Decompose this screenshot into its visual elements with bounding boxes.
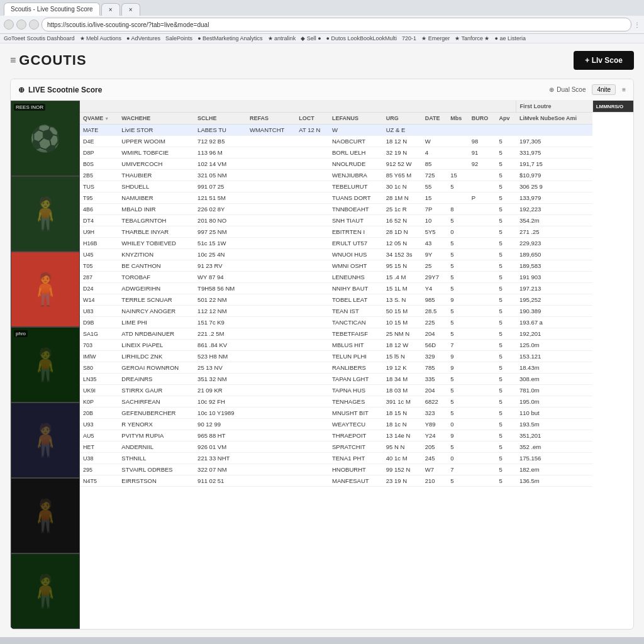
cell-urg: 12 05 N [383, 238, 422, 249]
write-button[interactable]: 4nite [592, 84, 616, 95]
table-row[interactable]: 20B GEFENUBERCHER 10c 10 Y1989 MNUSHT BI… [80, 408, 633, 419]
data-table-wrapper: First Loutre LMMNRS/O QVAME WACHEHE SCLH… [80, 101, 633, 629]
bookmark-3[interactable]: ● AdVentures [126, 35, 160, 42]
cell-score: 10c 92 FH [194, 396, 247, 408]
th-rank[interactable]: QVAME [80, 113, 118, 125]
table-row[interactable]: D8P WMIRL TOBFCIE 113 96 M BORL UELH 32 … [80, 147, 633, 158]
table-row[interactable]: D9B LIME PHI 151 7c K9 TANCTICAN 10 15 M… [80, 317, 633, 328]
bookmark-2[interactable]: ★ Mebl Auctions [80, 35, 122, 42]
bookmark-12[interactable]: ● ae Listeria [495, 35, 526, 42]
player-silhouette-5: 🧍 [11, 403, 79, 477]
table-row[interactable]: 703 LINEIX PIAPEL 861 .84 KV MBLUS HIT 1… [80, 340, 633, 351]
bookmark-8[interactable]: ● Dutos LookBookLookMulti [326, 35, 397, 42]
cell-date: 10 [422, 215, 448, 226]
forward-button[interactable] [16, 19, 26, 30]
cell-score: 221 33 NHT [194, 453, 247, 464]
cell-name: WHILEY TOBIEVED [118, 238, 194, 249]
cell-buro [469, 408, 496, 419]
table-row[interactable]: AU5 PVITYM RUPIA 965 88 HT THRAEPOIT 13 … [80, 430, 633, 441]
table-row[interactable]: U9H THARBLE INYAR 997 25 NM EBITRTEN I 2… [80, 226, 633, 238]
cell-rank: S80 [80, 362, 118, 374]
refresh-button[interactable] [29, 19, 39, 30]
table-row[interactable]: U38 STHNILL 221 33 NHT TENA1 PHT 40 1c M… [80, 453, 633, 464]
table-row[interactable]: UK9I STIRRX GAUR 21 09 KR TAPNA HUS 18 0… [80, 385, 633, 396]
cell-name: GEROAI ROWNRON [118, 362, 194, 374]
cell-lefanus: RANLIBERS [329, 362, 383, 374]
table-row[interactable]: U93 R YENORX 90 12 99 WEAYTECU 18 1c N Y… [80, 419, 633, 430]
bookmark-7[interactable]: ◆ Sell ● [301, 35, 321, 42]
table-row[interactable]: DT4 TEBALGRNTOH 201 80 NO SNH TIAUT 16 5… [80, 215, 633, 226]
table-row[interactable]: T95 NAMUIBER 121 51 5M TUANS DORT 28 1M … [80, 192, 633, 204]
cell-urg: 16 52 N [383, 215, 422, 226]
bookmarks-bar: GoToeet Scoutis Dashboard ★ Mebl Auction… [0, 34, 644, 43]
bookmark-10[interactable]: ★ Emerger [421, 35, 450, 42]
table-row[interactable]: H16B WHILEY TOBIEVED 51c 15 1W ERULT UT5… [80, 238, 633, 249]
back-button[interactable] [4, 19, 14, 30]
bookmark-11[interactable]: ★ Tanforce ★ [455, 35, 489, 42]
cell-loct [296, 430, 329, 441]
cell-extra: 110 but [516, 408, 592, 419]
table-row[interactable]: U83 NAINRCY ANOGER 112 12 NM TEAN IST 50… [80, 306, 633, 317]
cell-buro [469, 328, 496, 340]
cell-rank: B0S [80, 158, 118, 170]
cell-date: 204 [422, 328, 448, 340]
cell-loct [296, 464, 329, 475]
cell-extra: 175.156 [516, 453, 592, 464]
cell-loct [296, 204, 329, 215]
cell-urg: 25 NM N [383, 328, 422, 340]
cell-extra: 192,201 [516, 328, 592, 340]
cell-score: 121 51 5M [194, 192, 247, 204]
cell-extra: 18.43m [516, 362, 592, 374]
table-row[interactable]: HET ANDERNIIL 926 01 VM SPRATCHIT 95 N N… [80, 441, 633, 453]
table-row[interactable]: D24 ADWGEIRIHN T9H58 56 NM NNIHY BAUT 15… [80, 283, 633, 294]
cell-buro [469, 464, 496, 475]
bookmark-9[interactable]: 720-1 [402, 35, 416, 42]
table-row[interactable]: IMlW LIRHILDC ZNK 523 H8 NM TELUN PLHI 1… [80, 351, 633, 362]
table-row[interactable]: D4E UPPER WOOIM 712 92 B5 NAOBCURT 18 12… [80, 136, 633, 147]
th-buro: BURO [469, 113, 496, 125]
cell-date: 85 [422, 158, 448, 170]
cell-rank: K0P [80, 396, 118, 408]
cell-buro [469, 419, 496, 430]
cell-apv: 5 [496, 441, 516, 453]
panel-title-text: LIVE Scootnie Score [28, 86, 102, 94]
bookmark-1[interactable]: GoToeet Scoutis Dashboard [4, 35, 75, 42]
bookmark-4[interactable]: SalePoints [165, 35, 192, 42]
bookmark-6[interactable]: ★ antralink [268, 35, 296, 42]
panel-menu-icon[interactable]: ≡ [622, 86, 626, 93]
cell-buro [469, 351, 496, 362]
table-row[interactable]: T05 BE CANTHON 91 23 RV WMNI OSHT 95 15 … [80, 260, 633, 272]
table-row[interactable]: 287 TOROBAF WY 87 94 LENEUNHS 15 .4 M 29… [80, 272, 633, 283]
bookmark-5[interactable]: ● BestMarketing Analytics [197, 35, 262, 42]
cell-extra: 136.5m [516, 475, 592, 487]
url-bar[interactable] [42, 18, 631, 31]
tab-2[interactable]: × [101, 3, 120, 16]
cell-apv: 5 [496, 464, 516, 475]
table-row[interactable]: W14 TERRLE SCNUAR 501 22 NM TOBEL LEAT 1… [80, 294, 633, 306]
table-row[interactable]: SA1G ATD NRDBAINUER 221 .2 5M TEBETFAISF… [80, 328, 633, 340]
cell-loct [296, 158, 329, 170]
table-row[interactable]: B0S UMIVERCOCH 102 14 VM NNOLRUDE 912 52… [80, 158, 633, 170]
cell-buro [469, 215, 496, 226]
table-row[interactable]: TUS SHDUELL 991 07 25 TEBELURUT 30 1c N … [80, 181, 633, 192]
table-row[interactable]: N4T5 EIRRSTSON 911 02 51 MANFESAUT 23 19… [80, 475, 633, 487]
active-tab[interactable]: Scoutis - Live Scouting Score [4, 3, 100, 16]
cell-apv: 5 [496, 204, 516, 215]
table-row[interactable]: K0P SACHIRFEAN 10c 92 FH TENHAGES 391 1c… [80, 396, 633, 408]
table-row[interactable]: 2B5 THAUBIER 321 05 NM WENJIUBRA 85 Y65 … [80, 170, 633, 181]
cell-loct [296, 192, 329, 204]
table-row[interactable]: U45 KNYZITION 10c 25 4N WNUOI HUS 34 152… [80, 249, 633, 260]
table-row[interactable]: LN35 DREAINRS 351 32 NM TAPAN LGHT 18 34… [80, 374, 633, 385]
cell-lefanus: THRAEPOIT [329, 430, 383, 441]
th-loct: LOCT [296, 113, 329, 125]
table-row[interactable]: 295 STVAIRL ODRBES 322 07 NM HNOBURHT 99… [80, 464, 633, 475]
browser-menu[interactable]: ⋮ [634, 21, 640, 28]
live-score-button[interactable]: + LIv Scoe [574, 51, 634, 70]
subrow-col5: AT 12 N [296, 125, 329, 136]
tab-3[interactable]: × [121, 3, 140, 16]
cell-urg: 50 15 M [383, 306, 422, 317]
sidebar-image-4: phro 🧍 [11, 327, 80, 402]
cell-mbs: 5 [447, 396, 469, 408]
table-row[interactable]: 4B6 MBALD INIR 226 02 8Y TNNBOEAHT 25 1c… [80, 204, 633, 215]
table-row[interactable]: S80 GEROAI ROWNRON 25 13 NV RANLIBERS 19… [80, 362, 633, 374]
